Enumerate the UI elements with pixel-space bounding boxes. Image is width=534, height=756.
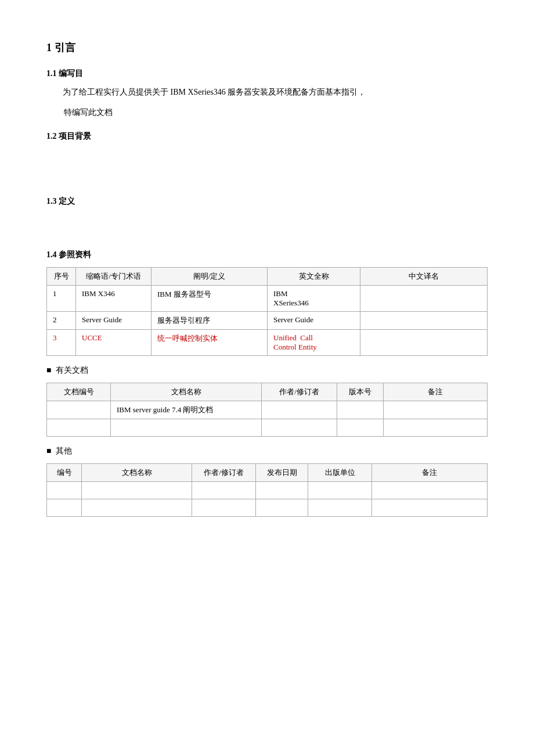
table-row bbox=[47, 482, 488, 499]
cell-other-note bbox=[372, 482, 488, 499]
cell-doc-name bbox=[111, 419, 262, 437]
table-row bbox=[47, 419, 488, 437]
cell-desc: IBM 服务器型号 bbox=[151, 286, 268, 312]
cell-other-name bbox=[82, 482, 192, 499]
other-col-name: 文档名称 bbox=[82, 464, 192, 482]
cell-doc-version bbox=[337, 419, 384, 437]
other-table-container: 编号 文档名称 作者/修订者 发布日期 出版单位 备注 bbox=[46, 463, 488, 517]
cell-desc: 统一呼喊控制实体 bbox=[151, 330, 268, 356]
col-header-abbr: 缩略语/专门术语 bbox=[76, 268, 151, 286]
bullet-icon-2: ■ bbox=[46, 447, 51, 456]
other-col-note: 备注 bbox=[372, 464, 488, 482]
cell-other-num bbox=[47, 499, 82, 517]
table-row: 3 UCCE 统一呼喊控制实体 Unified CallControl Enti… bbox=[47, 330, 488, 356]
cell-num: 1 bbox=[47, 286, 76, 312]
bullet-related-docs: ■ 有关文档 bbox=[46, 365, 488, 376]
cell-desc: 服务器导引程序 bbox=[151, 312, 268, 330]
cell-abbr: IBM X346 bbox=[76, 286, 151, 312]
other-table: 编号 文档名称 作者/修订者 发布日期 出版单位 备注 bbox=[46, 463, 488, 517]
col-header-trans: 中文译名 bbox=[360, 268, 488, 286]
cell-doc-version bbox=[337, 401, 384, 419]
docs-col-note: 备注 bbox=[384, 383, 488, 401]
other-col-num: 编号 bbox=[47, 464, 82, 482]
subsection-1-4-title: 1.4 参照资料 bbox=[46, 250, 488, 260]
cell-abbr: Server Guide bbox=[76, 312, 151, 330]
cell-other-num bbox=[47, 482, 82, 499]
table-row: 1 IBM X346 IBM 服务器型号 IBM XSeries346 bbox=[47, 286, 488, 312]
table-row: 2 Server Guide 服务器导引程序 Server Guide bbox=[47, 312, 488, 330]
cell-doc-num bbox=[47, 401, 111, 419]
subsection-1-2-title: 1.2 项目背景 bbox=[46, 131, 488, 142]
cell-trans bbox=[360, 286, 488, 312]
cell-full: IBM XSeries346 bbox=[268, 286, 360, 312]
cell-doc-author bbox=[262, 401, 337, 419]
subsection-1-3-title: 1.3 定义 bbox=[46, 196, 488, 207]
bullet-icon-1: ■ bbox=[46, 366, 51, 375]
cell-other-date bbox=[256, 499, 308, 517]
bullet-label-2: 其他 bbox=[56, 446, 72, 456]
col-header-num: 序号 bbox=[47, 268, 76, 286]
bullet-other: ■ 其他 bbox=[46, 446, 488, 456]
cell-doc-note bbox=[384, 401, 488, 419]
terminology-table-container: 序号 缩略语/专门术语 阐明/定义 英文全称 中文译名 1 IBM X346 I… bbox=[46, 267, 488, 356]
cell-num: 3 bbox=[47, 330, 76, 356]
bullet-label-1: 有关文档 bbox=[56, 365, 88, 376]
table-row bbox=[47, 499, 488, 517]
docs-col-author: 作者/修订者 bbox=[262, 383, 337, 401]
cell-doc-note bbox=[384, 419, 488, 437]
col-header-full: 英文全称 bbox=[268, 268, 360, 286]
other-col-date: 发布日期 bbox=[256, 464, 308, 482]
subsection-1-1-title: 1.1 编写目 bbox=[46, 69, 488, 79]
cell-other-date bbox=[256, 482, 308, 499]
cell-num: 2 bbox=[47, 312, 76, 330]
cell-full: Server Guide bbox=[268, 312, 360, 330]
cell-full: Unified CallControl Entity bbox=[268, 330, 360, 356]
cell-doc-name: IBM server guide 7.4 阐明文档 bbox=[111, 401, 262, 419]
terminology-table: 序号 缩略语/专门术语 阐明/定义 英文全称 中文译名 1 IBM X346 I… bbox=[46, 267, 488, 356]
cell-other-publisher bbox=[308, 482, 372, 499]
docs-table: 文档编号 文档名称 作者/修订者 版本号 备注 IBM server guide… bbox=[46, 383, 488, 437]
cell-other-note bbox=[372, 499, 488, 517]
table-row: IBM server guide 7.4 阐明文档 bbox=[47, 401, 488, 419]
other-col-author: 作者/修订者 bbox=[192, 464, 256, 482]
cell-trans bbox=[360, 330, 488, 356]
docs-col-name: 文档名称 bbox=[111, 383, 262, 401]
docs-table-container: 文档编号 文档名称 作者/修订者 版本号 备注 IBM server guide… bbox=[46, 383, 488, 437]
s1-1-paragraph2: 特编写此文档 bbox=[64, 105, 488, 120]
cell-trans bbox=[360, 312, 488, 330]
docs-col-num: 文档编号 bbox=[47, 383, 111, 401]
cell-other-author bbox=[192, 482, 256, 499]
cell-other-author bbox=[192, 499, 256, 517]
cell-other-publisher bbox=[308, 499, 372, 517]
cell-abbr: UCCE bbox=[76, 330, 151, 356]
cell-doc-num bbox=[47, 419, 111, 437]
cell-doc-author bbox=[262, 419, 337, 437]
col-header-desc: 阐明/定义 bbox=[151, 268, 268, 286]
section-1-title: 1 引言 bbox=[46, 41, 488, 55]
cell-other-name bbox=[82, 499, 192, 517]
docs-col-version: 版本号 bbox=[337, 383, 384, 401]
other-col-publisher: 出版单位 bbox=[308, 464, 372, 482]
s1-1-paragraph1: 为了给工程实行人员提供关于 IBM XSeries346 服务器安装及环境配备方… bbox=[46, 85, 488, 99]
